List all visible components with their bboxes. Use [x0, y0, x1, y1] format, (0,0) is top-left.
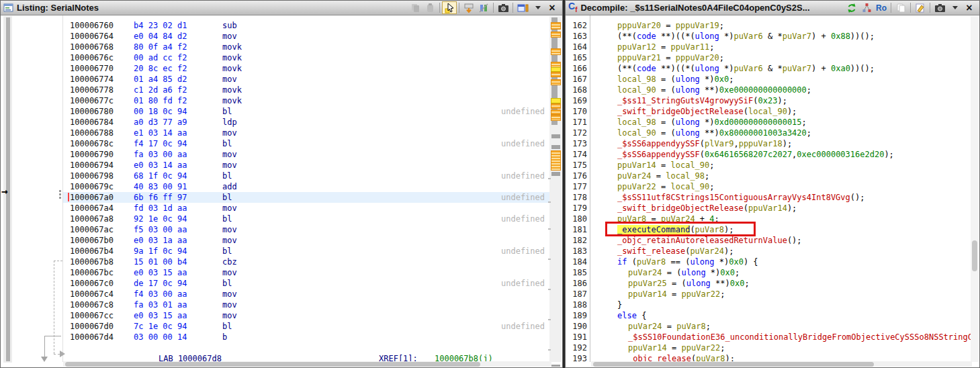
decompile-hscroll-thumb[interactable]: [593, 362, 874, 367]
snapshot-button[interactable]: [496, 1, 510, 14]
bytes[interactable]: 03 00 00 14: [134, 332, 187, 342]
decompile-line[interactable]: 182_objc_retainAutoreleasedReturnValue()…: [566, 235, 979, 246]
decompile-line[interactable]: 186ppuVar25 = (ulong **)0x0;: [566, 278, 979, 289]
mnemonic[interactable]: mov: [222, 149, 237, 160]
mnemonic[interactable]: mov: [222, 267, 237, 278]
highlight-marker[interactable]: [551, 98, 561, 103]
re-decompile-button[interactable]: [844, 1, 859, 14]
decompile-line[interactable]: 166(**(code **)((*(ulong *)puVar6 & *puV…: [566, 63, 979, 74]
address[interactable]: 100006760: [70, 20, 114, 31]
decompile-line[interactable]: 178_$sSS11utf8CStrings15ContiguousArrayV…: [566, 192, 979, 203]
decompile-line[interactable]: 177ppuVar22 = local_90;: [566, 181, 979, 192]
mnemonic[interactable]: bl: [222, 192, 232, 203]
decompile-line[interactable]: 188}: [566, 300, 979, 310]
address[interactable]: 10000677c: [70, 95, 114, 106]
bytes[interactable]: 68 1f 0c 94: [134, 171, 187, 181]
code[interactable]: ppuVar14 = local_90;: [617, 160, 715, 171]
close-listing-button[interactable]: ×: [545, 1, 560, 14]
listing-row[interactable]: 1000067bce0 03 15 aamovparam_1,x21: [63, 267, 551, 278]
bytes[interactable]: fd 03 1d aa: [134, 203, 187, 214]
bytes[interactable]: 01 a4 85 d2: [134, 74, 187, 85]
listing-row[interactable]: 100006760b4 23 02 d1subx20,x29,#0x88: [63, 20, 551, 31]
listing-row[interactable]: 10000677020 8c ec f2movkparam_1,#0x6461,…: [63, 63, 551, 74]
code[interactable]: _swift_bridgeObjectRelease(ppuVar14);: [617, 203, 797, 214]
decompile-line[interactable]: 164ppuVar12 = ppuVar11;: [566, 42, 979, 52]
listing-row[interactable]: 1000067b815 01 00 b4cbzx21,LAB_1000067d8: [63, 257, 551, 267]
decompile-line[interactable]: 173_$sSS6appendyySSF(plVar9,pppuVar18);: [566, 138, 979, 149]
code[interactable]: pppuVar20 = pppuVar19;: [617, 20, 724, 31]
listing-row[interactable]: 10000676c00 ad cc f2movkparam_1,#0x6568,…: [63, 52, 551, 63]
bytes[interactable]: f5 03 00 aa: [134, 224, 187, 235]
address[interactable]: 1000067d0: [70, 321, 114, 332]
change-marker[interactable]: [551, 150, 561, 171]
mnemonic[interactable]: mov: [222, 160, 237, 171]
mnemonic[interactable]: bl: [222, 214, 232, 224]
change-marker[interactable]: [551, 72, 561, 77]
code[interactable]: _swift_release(puVar24);: [617, 246, 733, 257]
bytes[interactable]: 9a 1f 0c 94: [134, 246, 187, 257]
code[interactable]: ppuVar14 = ppuVar22;: [628, 289, 725, 300]
mnemonic[interactable]: movk: [222, 63, 242, 74]
decompile-line[interactable]: 179_swift_bridgeObjectRelease(ppuVar14);: [566, 203, 979, 214]
code[interactable]: _$sSS11utf8CStrings15ContiguousArrayVys4…: [617, 192, 864, 203]
snapshot-button[interactable]: [932, 1, 947, 14]
copy-button[interactable]: [893, 1, 908, 14]
bytes[interactable]: 80 0f a4 f2: [134, 42, 187, 52]
decompile-line[interactable]: 183_swift_release(puVar24);: [566, 246, 979, 257]
address[interactable]: 100006774: [70, 74, 114, 85]
bytes[interactable]: 6b f6 ff 97: [134, 192, 187, 203]
decompile-line[interactable]: 190puVar24 = puVar8;: [566, 321, 979, 332]
address[interactable]: 1000067bc: [70, 267, 114, 278]
diff-view-button[interactable]: [476, 1, 491, 14]
address[interactable]: 100006794: [70, 160, 114, 171]
mnemonic[interactable]: bl: [222, 321, 232, 332]
bytes[interactable]: 15 01 00 b4: [134, 257, 187, 267]
address[interactable]: 100006784: [70, 117, 114, 128]
listing-hscroll-thumb[interactable]: [65, 362, 480, 367]
address[interactable]: 1000067a8: [70, 214, 114, 224]
code[interactable]: _$sSS10FoundationE36_unconditionallyBrid…: [628, 332, 979, 342]
decompile-line[interactable]: 168local_90 = (ulong **)0xe0000000000000…: [566, 85, 979, 95]
bytes[interactable]: e0 04 84 d2: [134, 31, 187, 42]
address[interactable]: 100006798: [70, 171, 114, 181]
listing-row[interactable]: 1000067acf5 03 00 aamovx21,param_1: [63, 224, 551, 235]
copy-button[interactable]: [408, 1, 422, 14]
mnemonic[interactable]: mov: [222, 224, 237, 235]
code[interactable]: ppuVar12 = ppuVar11;: [617, 42, 715, 52]
address[interactable]: 100006768: [70, 42, 114, 52]
address[interactable]: 1000067d4: [70, 332, 114, 342]
code[interactable]: local_90 = (ulong **)0x80000001003a3420;: [617, 128, 811, 138]
bytes[interactable]: f4 03 00 aa: [134, 289, 187, 300]
bytes[interactable]: 01 80 fd f2: [134, 95, 187, 106]
code[interactable]: ppuVar14 = ppuVar22;: [628, 342, 725, 353]
code[interactable]: puVar24 = local_98;: [617, 171, 709, 181]
decompile-line[interactable]: 174_$sSS6appendyySSF(0x64616568207c2027,…: [566, 149, 979, 160]
change-marker[interactable]: [551, 115, 561, 121]
bytes[interactable]: fa 03 00 aa: [134, 149, 187, 160]
mnemonic[interactable]: mov: [222, 203, 237, 214]
mnemonic[interactable]: add: [222, 181, 237, 192]
decompile-line[interactable]: 170_swift_bridgeObjectRelease(local_90);: [566, 106, 979, 117]
decompile-line[interactable]: 176puVar24 = local_98;: [566, 171, 979, 181]
edit-button[interactable]: [913, 1, 928, 14]
mnemonic[interactable]: bl: [222, 138, 232, 149]
decompile-vertical-scrollbar[interactable]: [971, 16, 979, 362]
mnemonic[interactable]: mov: [222, 31, 237, 42]
graph-button[interactable]: [859, 1, 874, 14]
mnemonic[interactable]: mov: [222, 310, 237, 321]
decompile-line[interactable]: 172local_90 = (ulong **)0x80000001003a34…: [566, 128, 979, 138]
address[interactable]: 10000676c: [70, 52, 114, 63]
bytes[interactable]: e0 03 15 aa: [134, 267, 187, 278]
code[interactable]: ppuVar25 = (ulong **)0x0;: [628, 278, 750, 289]
address[interactable]: 10000678c: [70, 138, 114, 149]
bytes[interactable]: 92 1e 0c 94: [134, 214, 187, 224]
address[interactable]: 1000067cc: [70, 310, 114, 321]
listing-row[interactable]: 1000067d07c 1e 0c 94bl_objc_releaseundef…: [63, 321, 551, 332]
code[interactable]: local_98 = (ulong *)0x0;: [617, 74, 733, 85]
decompile-line[interactable]: 171local_98 = (ulong *)0xd00000000000001…: [566, 117, 979, 128]
code[interactable]: _$sSS6appendyySSF(0x64616568207c2027,0xe…: [617, 149, 894, 160]
address[interactable]: 1000067ac: [70, 224, 114, 235]
listing-row[interactable]: 1000067a892 1e 0c 94bl_objc_retainAutore…: [63, 214, 551, 224]
mnemonic[interactable]: movk: [222, 95, 242, 106]
decompile-line[interactable]: 163(**(code **)((*(ulong *)puVar6 & *puV…: [566, 31, 979, 42]
